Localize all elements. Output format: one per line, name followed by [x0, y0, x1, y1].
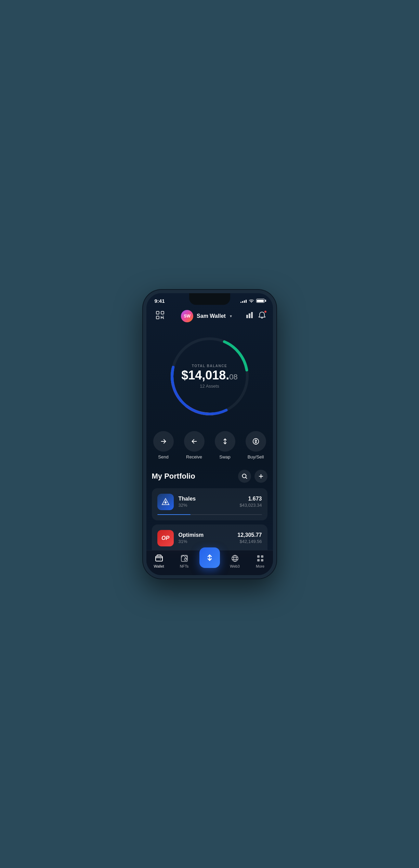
optimism-usd: $42,149.56 [237, 539, 262, 544]
svg-rect-9 [251, 312, 253, 318]
status-time: 9:41 [155, 298, 165, 304]
thales-progress-bar [157, 514, 262, 515]
optimism-values: 12,305.77 $42,149.56 [237, 532, 262, 544]
notifications-button[interactable] [258, 311, 266, 321]
swap-button[interactable] [215, 431, 235, 452]
wallet-name: Sam Wallet [197, 313, 226, 319]
send-button[interactable] [153, 431, 174, 452]
portfolio-header: My Portfolio [152, 470, 267, 483]
optimism-icon: OP [157, 530, 174, 546]
thales-percentage: 32% [179, 503, 235, 508]
svg-rect-36 [257, 559, 260, 561]
header-actions [246, 311, 266, 321]
buysell-action[interactable]: Buy/Sell [246, 431, 266, 459]
nav-nfts[interactable]: NFTs [172, 554, 197, 568]
receive-action[interactable]: Receive [184, 431, 205, 459]
bell-icon [258, 313, 266, 320]
nfts-nav-icon [180, 554, 189, 563]
signal-bars-icon [240, 299, 247, 303]
svg-line-21 [246, 477, 247, 479]
thales-usd: $43,023.34 [239, 503, 262, 508]
asset-row-optimism: OP Optimism 31% 12,305.77 $42,149.56 [157, 530, 262, 546]
balance-section: TOTAL BALANCE $14,018.08 12 Assets [146, 328, 273, 428]
svg-point-24 [165, 502, 167, 504]
svg-rect-0 [156, 311, 159, 314]
bottom-navigation: Wallet NFTs [146, 550, 273, 575]
user-avatar: SW [181, 310, 193, 322]
optimism-amount: 12,305.77 [237, 532, 262, 538]
svg-point-20 [242, 474, 246, 478]
phone-screen: 9:41 [146, 293, 273, 575]
thales-amount: 1.673 [239, 496, 262, 502]
scan-button[interactable] [153, 309, 167, 323]
phone-frame: 9:41 [143, 290, 276, 579]
more-nav-icon [256, 554, 265, 563]
send-label: Send [158, 454, 168, 459]
nav-center[interactable] [197, 554, 222, 568]
wifi-icon [249, 298, 254, 303]
receive-label: Receive [186, 454, 202, 459]
balance-ring: TOTAL BALANCE $14,018.08 12 Assets [165, 332, 254, 421]
buysell-button[interactable] [246, 431, 266, 452]
optimism-info: Optimism 31% [179, 532, 233, 544]
svg-rect-35 [261, 555, 263, 558]
wallet-selector[interactable]: SW Sam Wallet ▾ [181, 310, 232, 322]
chart-icon[interactable] [246, 311, 253, 321]
svg-point-30 [232, 555, 238, 561]
swap-label: Swap [219, 454, 231, 459]
asset-row-thales: Thales 32% 1.673 $43,023.34 [157, 494, 262, 510]
chevron-down-icon: ▾ [230, 314, 232, 319]
svg-rect-8 [249, 313, 250, 318]
center-action-button[interactable] [199, 547, 220, 568]
svg-point-28 [184, 558, 186, 560]
balance-display: TOTAL BALANCE $14,018.08 12 Assets [181, 364, 238, 389]
nav-more[interactable]: More [248, 554, 273, 568]
nav-web3[interactable]: Web3 [222, 554, 248, 568]
svg-rect-1 [161, 311, 164, 314]
portfolio-header-actions [238, 470, 267, 483]
portfolio-add-button[interactable] [254, 470, 267, 483]
thales-name: Thales [179, 496, 235, 502]
notification-badge [264, 310, 267, 313]
balance-label: TOTAL BALANCE [181, 364, 238, 368]
optimism-percentage: 31% [179, 539, 233, 544]
portfolio-title: My Portfolio [152, 472, 195, 481]
battery-icon [256, 299, 265, 303]
quick-actions: Send Receive [146, 428, 273, 470]
thales-progress-fill [157, 514, 191, 515]
svg-rect-34 [257, 555, 260, 558]
thales-icon [157, 494, 174, 510]
thales-values: 1.673 $43,023.34 [239, 496, 262, 508]
wallet-nav-label: Wallet [154, 564, 164, 568]
buysell-label: Buy/Sell [248, 454, 264, 459]
send-action[interactable]: Send [153, 431, 174, 459]
svg-rect-2 [156, 316, 159, 319]
assets-count: 12 Assets [181, 384, 238, 389]
web3-nav-icon [231, 554, 239, 563]
battery-fill [257, 300, 264, 302]
notch [189, 293, 230, 305]
receive-button[interactable] [184, 431, 205, 452]
thales-info: Thales 32% [179, 496, 235, 508]
balance-amount: $14,018.08 [181, 369, 238, 381]
status-icons [240, 298, 265, 303]
svg-rect-37 [261, 559, 263, 561]
swap-action[interactable]: Swap [215, 431, 235, 459]
optimism-name: Optimism [179, 532, 233, 538]
app-header: SW Sam Wallet ▾ [146, 306, 273, 328]
svg-point-31 [234, 555, 236, 561]
portfolio-search-button[interactable] [238, 470, 251, 483]
portfolio-section: My Portfolio [146, 470, 273, 557]
scan-icon [156, 311, 165, 322]
asset-card-thales[interactable]: Thales 32% 1.673 $43,023.34 [152, 488, 267, 520]
wallet-nav-icon [155, 554, 163, 563]
web3-nav-label: Web3 [230, 564, 240, 568]
more-nav-label: More [256, 564, 264, 568]
svg-rect-26 [156, 556, 162, 561]
nfts-nav-label: NFTs [180, 564, 189, 568]
svg-rect-7 [246, 315, 248, 318]
nav-wallet[interactable]: Wallet [146, 554, 172, 568]
